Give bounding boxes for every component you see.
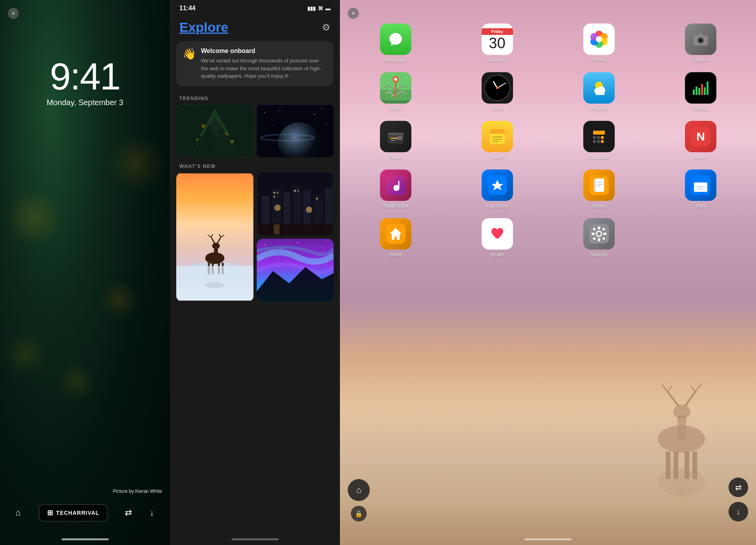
stocks-bar-5 <box>704 87 706 95</box>
itunes-svg <box>386 175 405 195</box>
app-news[interactable]: N News <box>653 121 748 160</box>
app-grid: Messages Friday 30 Calendar <box>340 24 756 257</box>
app-clock[interactable]: Clock <box>449 72 545 111</box>
news-icon: N <box>685 121 716 152</box>
svg-point-10 <box>264 112 265 113</box>
home-tab-button[interactable]: ⌂ <box>348 479 370 501</box>
whats-new-item-3[interactable] <box>257 239 334 302</box>
home-close-button[interactable]: × <box>348 8 359 19</box>
svg-rect-34 <box>176 266 254 300</box>
calendar-day: Friday <box>482 28 513 35</box>
sliders-icon-button[interactable]: ⇄ <box>120 504 137 521</box>
explore-home-indicator <box>232 538 279 540</box>
app-calendar[interactable]: Friday 30 Calendar <box>449 24 545 63</box>
app-messages[interactable]: Messages <box>348 24 443 63</box>
lock-screen: × 9:41 Monday, September 3 Picture by Ki… <box>0 0 170 545</box>
app-home[interactable]: Home <box>348 218 443 257</box>
close-icon: × <box>352 10 355 16</box>
calculator-label: Calculator <box>588 155 609 160</box>
maps-icon <box>380 72 411 104</box>
home-app-label: Home <box>389 252 402 257</box>
svg-point-6 <box>225 132 228 135</box>
svg-point-8 <box>231 140 234 143</box>
svg-rect-137 <box>598 238 600 241</box>
home-app-svg <box>386 224 405 244</box>
health-icon <box>482 218 513 250</box>
calculator-icon <box>583 121 615 152</box>
trending-item-1[interactable] <box>176 104 254 157</box>
welcome-description: We've sorted out through thousands of pi… <box>201 57 327 80</box>
whats-new-item-1[interactable] <box>176 172 254 302</box>
stocks-chart <box>693 81 709 95</box>
svg-rect-47 <box>294 190 296 191</box>
lock-date: Monday, September 3 <box>0 98 170 107</box>
svg-line-66 <box>695 384 701 392</box>
battery-icon: ▬ <box>325 5 331 11</box>
filter-icon: ⇄ <box>735 483 742 492</box>
svg-rect-48 <box>297 190 299 191</box>
wallet-svg <box>386 127 405 146</box>
svg-line-63 <box>662 384 668 392</box>
filter-button[interactable]: ⇄ <box>729 478 748 497</box>
calendar-icon: Friday 30 <box>482 24 513 55</box>
winter-deer-wallpaper <box>176 172 254 302</box>
app-itunes[interactable]: iTunes Store <box>348 170 443 209</box>
svg-point-15 <box>325 124 326 124</box>
svg-rect-60 <box>677 416 686 439</box>
explore-title: Explore <box>179 20 228 35</box>
download-icon-button[interactable]: ↓ <box>143 504 161 521</box>
svg-rect-52 <box>273 224 279 234</box>
itunes-icon <box>380 170 411 201</box>
appstore-svg <box>488 175 507 195</box>
notes-label: Notes <box>491 155 503 160</box>
download-button[interactable]: ↓ <box>729 502 748 521</box>
lock-close-button[interactable]: × <box>8 8 19 19</box>
svg-rect-98 <box>397 136 402 140</box>
svg-point-58 <box>321 246 322 247</box>
settings-button[interactable]: ⚙ <box>322 22 331 33</box>
app-appstore[interactable]: App Store <box>449 170 545 209</box>
svg-line-65 <box>685 392 695 406</box>
app-camera[interactable]: Camera <box>653 24 748 63</box>
home-home-indicator <box>524 538 572 540</box>
whats-new-item-2[interactable] <box>257 172 334 235</box>
app-calculator[interactable]: Calculator <box>551 121 646 160</box>
techarrival-logo[interactable]: ⊞ TECHARRIVAL <box>39 504 108 521</box>
app-stocks[interactable]: Stocks <box>653 72 748 111</box>
app-notes[interactable]: Notes <box>449 121 545 160</box>
sliders-icon: ⇄ <box>125 508 132 518</box>
close-icon: × <box>12 10 15 16</box>
svg-line-64 <box>668 386 672 392</box>
app-weather[interactable]: Weather <box>551 72 646 111</box>
svg-point-57 <box>297 242 298 243</box>
welcome-card: 👋 Welcome onboard We've sorted out throu… <box>176 41 334 86</box>
app-settings[interactable]: Settings <box>551 218 646 257</box>
download-icon: ↓ <box>736 507 740 516</box>
app-health[interactable]: Health <box>449 218 545 257</box>
status-bar: 11:44 ▮▮▮ ⌘ ▬ <box>170 0 340 15</box>
svg-rect-136 <box>598 226 600 230</box>
download-icon: ↓ <box>150 508 154 518</box>
files-svg <box>691 175 710 195</box>
app-files[interactable]: Files <box>653 170 748 209</box>
svg-rect-46 <box>276 192 278 193</box>
app-wallet[interactable]: Wallet <box>348 121 443 160</box>
app-photos[interactable]: Photos <box>551 24 646 63</box>
svg-rect-127 <box>694 182 699 185</box>
home-icon-button[interactable]: ⌂ <box>9 504 27 521</box>
files-label: Files <box>696 203 705 209</box>
whats-new-label: WHAT'S NEW <box>170 157 340 172</box>
trending-label: TRENDING <box>170 89 340 104</box>
trending-item-2[interactable] <box>257 104 334 157</box>
app-maps[interactable]: Maps <box>348 72 443 111</box>
wifi-icon: ⌘ <box>318 5 323 11</box>
camera-label: Camera <box>692 57 709 63</box>
maps-label: Maps <box>390 106 401 111</box>
lock-tab-button[interactable]: 🔒 <box>351 506 367 521</box>
photos-svg <box>587 27 611 51</box>
pine-wallpaper <box>176 104 254 157</box>
svg-rect-121 <box>594 179 596 192</box>
svg-point-5 <box>202 124 205 128</box>
app-ibooks[interactable]: iBooks <box>551 170 646 209</box>
lock-tab-icon: 🔒 <box>355 510 363 518</box>
